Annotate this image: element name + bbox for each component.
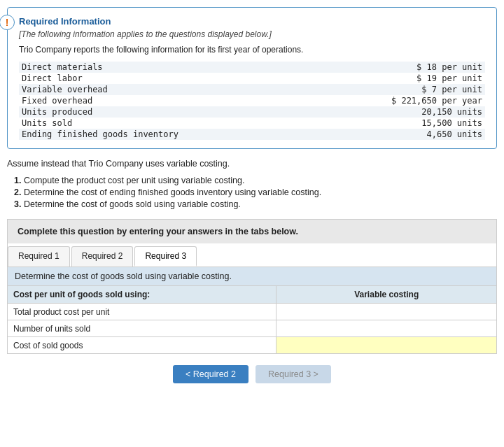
- data-row-label: Units sold: [19, 118, 312, 129]
- next-button: Required 3 >: [255, 365, 331, 383]
- tab-required-1[interactable]: Required 1: [8, 246, 70, 267]
- col-header-label: Cost per unit of goods sold using:: [8, 286, 276, 304]
- data-row-label: Units produced: [19, 106, 312, 118]
- data-row-label: Direct materials: [19, 62, 312, 73]
- question-item: 1. Compute the product cost per unit usi…: [14, 176, 497, 185]
- info-subtitle: [The following information applies to th…: [19, 29, 485, 39]
- prev-button[interactable]: < Required 2: [173, 365, 248, 383]
- question-item: 3. Determine the cost of goods sold usin…: [14, 199, 497, 209]
- answer-input-1[interactable]: [282, 324, 491, 334]
- info-description: Trio Company reports the following infor…: [19, 45, 485, 55]
- data-row-value: 4,650 units: [312, 129, 485, 140]
- tab-required-2[interactable]: Required 2: [71, 246, 134, 267]
- data-row-value: 15,500 units: [312, 118, 485, 129]
- data-row-label: Fixed overhead: [19, 95, 312, 106]
- info-box: ! Required Information [The following in…: [7, 7, 497, 149]
- main-text: Assume instead that Trio Company uses va…: [7, 159, 497, 169]
- tabs-container: Required 1Required 2Required 3: [7, 243, 497, 267]
- data-row-value: $ 18 per unit: [312, 62, 485, 73]
- answer-row-input[interactable]: [276, 320, 497, 337]
- info-title: Required Information: [19, 16, 485, 27]
- nav-buttons: < Required 2 Required 3 >: [7, 365, 497, 383]
- answer-row-input[interactable]: [276, 337, 497, 354]
- data-row-label: Ending finished goods inventory: [19, 129, 312, 140]
- alert-icon: !: [0, 15, 15, 30]
- questions-list: 1. Compute the product cost per unit usi…: [7, 176, 497, 209]
- answer-input-2[interactable]: [282, 341, 491, 350]
- answer-row-label: Number of units sold: [8, 320, 276, 337]
- data-table: Direct materials$ 18 per unitDirect labo…: [19, 62, 485, 140]
- data-row-value: $ 19 per unit: [312, 73, 485, 84]
- data-row-value: $ 221,650 per year: [312, 95, 485, 106]
- data-row-value: 20,150 units: [312, 106, 485, 118]
- answer-table: Cost per unit of goods sold using: Varia…: [7, 285, 497, 354]
- answer-row-input[interactable]: [276, 304, 497, 320]
- answer-input-0[interactable]: [282, 307, 491, 317]
- col-header-value: Variable costing: [276, 286, 497, 304]
- data-row-label: Direct labor: [19, 73, 312, 84]
- answer-row-label: Cost of sold goods: [8, 337, 276, 354]
- question-item: 2. Determine the cost of ending finished…: [14, 187, 497, 197]
- answer-row-label: Total product cost per unit: [8, 304, 276, 320]
- tab-required-3[interactable]: Required 3: [134, 246, 197, 267]
- complete-box: Complete this question by entering your …: [7, 219, 497, 243]
- section-header: Determine the cost of goods sold using v…: [7, 267, 497, 285]
- data-row-value: $ 7 per unit: [312, 84, 485, 95]
- data-row-label: Variable overhead: [19, 84, 312, 95]
